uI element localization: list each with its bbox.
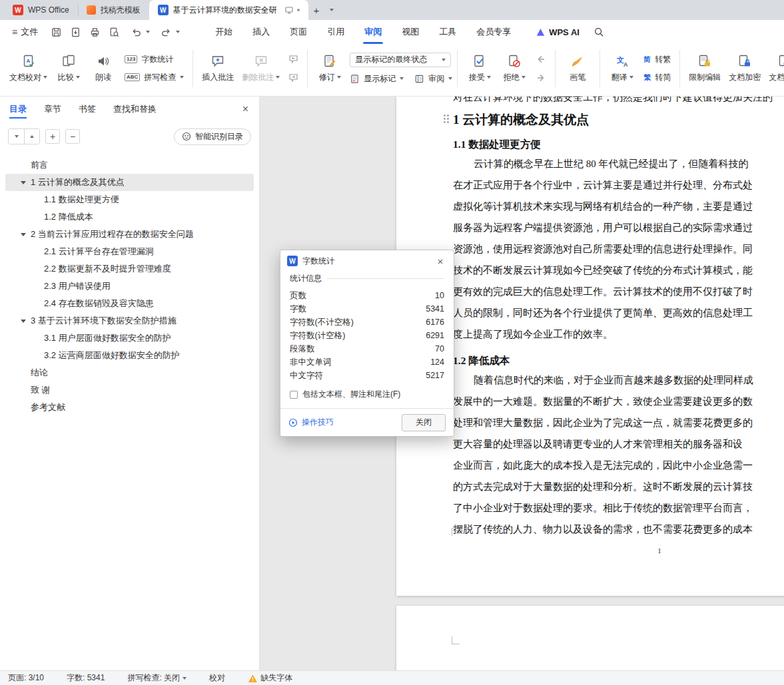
toc-item[interactable]: 致 谢	[5, 381, 254, 399]
missing-font-warning[interactable]: 缺失字体	[248, 672, 292, 684]
toc-item[interactable]: 2 当前云计算应用过程存在的数据安全问题	[5, 226, 254, 243]
proofread-status[interactable]: 校对	[209, 672, 225, 684]
toc-item[interactable]: 1.2 降低成本	[5, 208, 254, 226]
toc-item[interactable]: 结论	[5, 364, 254, 381]
toc-item[interactable]: 2.4 存在数据销毁及容灾隐患	[5, 295, 254, 312]
toc-item[interactable]: 3.1 用户层面做好数据安全的防护	[5, 330, 254, 347]
ribbon-tab[interactable]: 会员专享	[466, 20, 521, 44]
accept-change-button[interactable]: 接受	[462, 47, 497, 90]
word-count-button[interactable]: 123 字数统计	[125, 54, 173, 65]
expand-all-button[interactable]: +	[45, 129, 60, 144]
word-count-indicator[interactable]: 字数: 5341	[67, 672, 105, 684]
expand-arrow-icon[interactable]	[21, 181, 26, 184]
delete-comment-button[interactable]: 删除批注	[238, 47, 284, 90]
next-comment-button[interactable]	[286, 72, 300, 84]
paragraph-line[interactable]: 人员的限制，同时还为各个行业提供了更简单、更高效的信息处理工	[453, 302, 784, 324]
tab-wps-home[interactable]: W WPS Office	[4, 0, 78, 20]
dialog-close-button[interactable]: 关闭	[402, 414, 446, 431]
toc-item[interactable]: 3.2 运营商层面做好数据安全的防护	[5, 347, 254, 364]
spell-check-button[interactable]: ABC 拼写检查	[125, 72, 184, 83]
ribbon-tab[interactable]: 插入	[242, 20, 280, 44]
navigation-tab[interactable]: 查找和替换	[113, 97, 157, 122]
ribbon-tab[interactable]: 工具	[429, 20, 466, 44]
insert-comment-button[interactable]: 插入批注	[198, 47, 238, 90]
wps-ai-button[interactable]: WPS AI	[536, 27, 580, 37]
dialog-title-bar[interactable]: W 字数统计 ×	[280, 250, 454, 272]
export-pdf-button[interactable]	[67, 24, 84, 40]
heading-section-1-1[interactable]: 1.1 数据处理更方便	[453, 137, 784, 152]
document-page-current[interactable]: 对在云计算环境下的数据安全工作，仍然是我们时下建议值得更加关注的 1 云计算的概…	[396, 97, 784, 596]
navigation-tab[interactable]: 目录	[9, 97, 27, 122]
drag-handle-icon[interactable]	[443, 114, 450, 124]
undo-menu-chevron[interactable]	[146, 31, 150, 33]
heading-chapter-1[interactable]: 1 云计算的概念及其优点	[453, 111, 784, 128]
ink-pen-button[interactable]: 画笔	[560, 47, 595, 90]
previous-comment-button[interactable]	[286, 53, 300, 65]
navigation-tab[interactable]: 书签	[79, 97, 96, 122]
track-changes-button[interactable]: 修订	[312, 47, 347, 90]
page-indicator[interactable]: 页面: 3/10	[8, 672, 44, 684]
paragraph-line[interactable]: 资源池，使用远程资源池对自己所需要处理的信息进行处理操作。同	[453, 238, 784, 260]
compare-button[interactable]: 比较	[51, 47, 86, 90]
close-pane-icon[interactable]: ×	[242, 104, 248, 114]
redo-button[interactable]	[157, 24, 175, 40]
ribbon-tab[interactable]: 引用	[317, 20, 354, 44]
collapse-headings-button[interactable]	[9, 129, 24, 144]
paragraph-line[interactable]: 更有效的完成巨大的信息处理工作。云计算技术的使用不仅打破了时	[453, 281, 784, 302]
toc-item[interactable]: 1.1 数据处理更方便	[5, 191, 254, 208]
traditional-to-simplified-button[interactable]: 繁 转简	[643, 72, 671, 83]
document-page-next[interactable]	[396, 606, 784, 670]
paragraph-line[interactable]: 技术的不断发展云计算现如今已经突破了传统的分布式计算模式，能	[453, 260, 784, 281]
print-button[interactable]	[86, 24, 103, 40]
expand-arrow-icon[interactable]	[21, 320, 26, 323]
paragraph-line[interactable]: 更大容量的处理器以及聘请更专业的人才来管理相关的服务器和设	[453, 433, 784, 455]
markup-state-select[interactable]: 显示标记的最终状态	[350, 53, 451, 67]
tab-template-site[interactable]: 找稿壳模板	[78, 0, 149, 20]
paragraph-line[interactable]: 云计算的概念早在上世纪 80 年代就已经提出了，但随着科技的	[453, 153, 784, 174]
tab-current-document[interactable]: W 基于云计算环境的数据安全研	[149, 0, 308, 20]
include-footnotes-option[interactable]: 包括文本框、脚注和尾注(F)	[290, 389, 444, 400]
save-button[interactable]	[47, 24, 65, 40]
paragraph-line[interactable]: 处理和管理大量数据，因此企业为了完成这一点，就需要花费更多的	[453, 412, 784, 433]
ribbon-tab[interactable]: 开始	[205, 20, 242, 44]
spell-check-status[interactable]: 拼写检查: 关闭	[127, 672, 187, 684]
paragraph-line[interactable]: 摆脱了传统的人力、物力以及设备的需求，也不需要花费更多的成本	[453, 519, 784, 540]
print-preview-button[interactable]	[105, 24, 123, 40]
translate-button[interactable]: 文A 翻译	[605, 47, 639, 90]
toc-item[interactable]: 2.1 云计算平台存在管理漏洞	[5, 243, 254, 260]
toc-item[interactable]: 参考文献	[5, 399, 254, 416]
show-markup-button[interactable]: 显示标记	[350, 73, 404, 85]
doc-proofread-button[interactable]: A 文档校对	[5, 47, 51, 90]
search-button[interactable]	[590, 23, 607, 41]
next-change-button[interactable]	[534, 72, 548, 84]
tips-link[interactable]: 操作技巧	[288, 417, 334, 428]
undo-button[interactable]	[127, 24, 145, 40]
reject-change-button[interactable]: 拒绝	[497, 47, 532, 90]
expand-arrow-icon[interactable]	[21, 233, 26, 236]
toc-item[interactable]: 1 云计算的概念及其优点	[5, 174, 254, 191]
paragraph-line[interactable]: 企业而言，如此庞大的成本投入是无法完成的，因此中小企业急需一	[453, 455, 784, 476]
ribbon-tab[interactable]: 页面	[280, 20, 317, 44]
expand-headings-button[interactable]	[24, 129, 39, 144]
paragraph-line[interactable]: 了中小企业对于数据处理的要求。相比于传统的数据管理平台而言，	[453, 497, 784, 519]
paragraph-line[interactable]: 在才正式应用于各个行业中，云计算主要是通过并行处理、分布式处	[453, 174, 784, 196]
ribbon-tab[interactable]: 视图	[392, 20, 429, 44]
paragraph-line[interactable]: 随着信息时代的来临，对于企业而言越来越多数据的处理同样成	[453, 369, 784, 391]
restrict-editing-button[interactable]: 限制编辑	[685, 47, 725, 90]
smart-toc-button[interactable]: 智能识别目录	[174, 128, 251, 145]
dialog-close-icon[interactable]: ×	[434, 256, 447, 266]
document-body[interactable]: 对在云计算环境下的数据安全工作，仍然是我们时下建议值得更加关注的 1 云计算的概…	[453, 97, 784, 540]
file-menu-button[interactable]: ≡ 文件	[7, 26, 43, 38]
paragraph-line[interactable]: 度上提高了现如今企业工作的效率。	[453, 324, 784, 345]
collapse-all-button[interactable]: −	[65, 129, 80, 144]
toc-item[interactable]: 前言	[5, 156, 254, 174]
previous-change-button[interactable]	[534, 53, 548, 65]
spell-check-chevron[interactable]	[183, 677, 187, 680]
review-pane-button[interactable]: 审阅	[414, 73, 452, 85]
ribbon-tab[interactable]: 审阅	[354, 20, 392, 44]
toc-item[interactable]: 2.2 数据更新不及时提升管理难度	[5, 260, 254, 278]
read-aloud-button[interactable]: 朗读	[86, 47, 121, 90]
finalize-document-button[interactable]: 文档定稿	[765, 47, 784, 90]
simplified-to-traditional-button[interactable]: 简 转繁	[643, 54, 671, 65]
encrypt-document-button[interactable]: 文档加密	[725, 47, 765, 90]
